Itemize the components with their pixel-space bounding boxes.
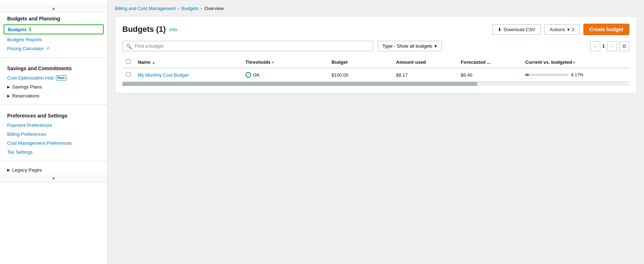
sidebar-item-savings-plans[interactable]: ▶ Savings Plans bbox=[0, 82, 107, 91]
reservations-label: Reservations bbox=[12, 93, 39, 99]
col-vs-label: Current vs. budgeted bbox=[525, 59, 572, 65]
budgets-table: Name ▲ Thresholds ▾ Budget Amount used bbox=[122, 56, 629, 82]
col-name-label: Name bbox=[138, 59, 150, 65]
select-all-checkbox[interactable] bbox=[126, 59, 131, 64]
sidebar-item-billing-preferences[interactable]: Billing Preferences bbox=[0, 130, 107, 139]
sidebar-scroll-up[interactable]: ▲ bbox=[0, 4, 107, 12]
sidebar-item-budgets-reports[interactable]: Budgets Reports bbox=[0, 35, 107, 44]
divider-1 bbox=[0, 57, 107, 58]
col-amount-used-label: Amount used bbox=[396, 59, 426, 65]
row-amount-used-cell: $8.17 bbox=[392, 68, 457, 82]
table-settings-button[interactable]: ⚙ bbox=[619, 41, 629, 51]
sort-desc-icon: ▾ bbox=[272, 61, 274, 64]
card-title-area: Budgets (1) Info bbox=[122, 25, 177, 34]
breadcrumb-current: Overview bbox=[205, 6, 224, 11]
row-budget-cell: $100.00 bbox=[328, 68, 392, 82]
scrollbar-thumb bbox=[122, 82, 477, 86]
col-budget-label: Budget bbox=[332, 59, 348, 65]
sidebar-scroll-down[interactable]: ▼ bbox=[0, 174, 107, 182]
search-icon: 🔍 bbox=[126, 43, 132, 49]
budget-value: $100.00 bbox=[332, 72, 348, 78]
sidebar-item-cost-management-preferences[interactable]: Cost Management Preferences bbox=[0, 139, 107, 148]
pricing-calculator-label: Pricing Calculator bbox=[7, 46, 44, 51]
filter-row: 🔍 Type - Show all budgets ▾ ‹ 1 › ⚙ bbox=[122, 41, 629, 51]
breadcrumb-sep-1: › bbox=[178, 6, 179, 11]
row-forecasted-cell: $8.40 bbox=[457, 68, 522, 82]
actions-count: 2 bbox=[572, 27, 574, 32]
title-text: Budgets bbox=[122, 25, 154, 34]
row-name-cell: My Monthly Cost Budget bbox=[134, 68, 242, 82]
actions-label: Actions bbox=[550, 27, 565, 32]
progress-bar-wrap bbox=[525, 74, 568, 76]
type-filter-dropdown-icon: ▾ bbox=[434, 43, 437, 49]
payment-preferences-label: Payment Preferences bbox=[7, 123, 52, 128]
download-csv-button[interactable]: ⬇ Download CSV bbox=[492, 24, 541, 35]
info-link[interactable]: Info bbox=[169, 27, 177, 32]
sidebar-item-cost-optimization[interactable]: Cost Optimization Hub New bbox=[0, 73, 107, 82]
progress-bar-fill bbox=[525, 74, 529, 76]
type-filter-button[interactable]: Type - Show all budgets ▾ bbox=[378, 41, 442, 51]
sidebar-item-payment-preferences[interactable]: Payment Preferences bbox=[0, 121, 107, 130]
create-budget-button[interactable]: Create budget bbox=[583, 24, 629, 35]
sort-vs-icon: ▾ bbox=[573, 61, 575, 64]
threshold-status: ✓ OK bbox=[245, 72, 324, 78]
search-input[interactable] bbox=[122, 41, 373, 51]
sidebar-item-legacy-pages[interactable]: ▶ Legacy Pages bbox=[0, 165, 107, 174]
breadcrumb-budgets[interactable]: Budgets bbox=[182, 6, 199, 11]
col-amount-used-header[interactable]: Amount used bbox=[392, 56, 457, 68]
section-preferences: Preferences and Settings bbox=[0, 109, 107, 121]
col-budget-header[interactable]: Budget bbox=[328, 56, 392, 68]
actions-button[interactable]: Actions ▾ 2 bbox=[544, 24, 580, 35]
type-filter-label: Type - Show all budgets bbox=[382, 43, 432, 49]
sidebar-budgets-count: 1 bbox=[29, 27, 32, 32]
sidebar-item-tax-settings[interactable]: Tax Settings bbox=[0, 148, 107, 157]
col-thresholds-label: Thresholds bbox=[245, 59, 271, 65]
tax-settings-label: Tax Settings bbox=[7, 149, 33, 155]
row-checkbox-cell bbox=[122, 68, 134, 82]
main-content: Billing and Cost Management › Budgets › … bbox=[108, 0, 644, 264]
table-scroll-container: Name ▲ Thresholds ▾ Budget Amount used bbox=[122, 56, 629, 86]
col-thresholds-header[interactable]: Thresholds ▾ bbox=[242, 56, 328, 68]
col-name-header[interactable]: Name ▲ bbox=[134, 56, 242, 68]
breadcrumb-billing[interactable]: Billing and Cost Management bbox=[115, 6, 176, 11]
page-next-button[interactable]: › bbox=[607, 41, 617, 51]
section-savings: Savings and Commitments bbox=[0, 62, 107, 73]
page-title: Budgets (1) bbox=[122, 25, 166, 34]
page-number: 1 bbox=[602, 43, 605, 49]
progress-container: 8.17% bbox=[525, 72, 626, 77]
sidebar-item-budgets[interactable]: Budgets 1 bbox=[4, 24, 104, 34]
download-csv-label: Download CSV bbox=[504, 27, 535, 32]
col-current-vs-budgeted-header[interactable]: Current vs. budgeted ▾ bbox=[522, 56, 629, 68]
download-icon: ⬇ bbox=[498, 27, 502, 32]
legacy-pages-label: Legacy Pages bbox=[12, 167, 42, 173]
page-prev-button[interactable]: ‹ bbox=[590, 41, 600, 51]
breadcrumb: Billing and Cost Management › Budgets › … bbox=[115, 6, 637, 11]
breadcrumb-sep-2: › bbox=[201, 6, 202, 11]
savings-plans-label: Savings Plans bbox=[12, 84, 42, 90]
threshold-status-text: OK bbox=[253, 72, 260, 78]
col-forecasted-header[interactable]: Forecasted ... bbox=[457, 56, 522, 68]
card-actions: ⬇ Download CSV Actions ▾ 2 Create budget bbox=[492, 24, 629, 35]
horizontal-scrollbar[interactable] bbox=[122, 82, 629, 86]
expand-arrow-icon: ▶ bbox=[7, 168, 10, 172]
row-checkbox[interactable] bbox=[126, 72, 131, 77]
cost-management-label: Cost Management Preferences bbox=[7, 140, 72, 146]
new-badge: New bbox=[56, 75, 66, 81]
cost-optimization-label: Cost Optimization Hub bbox=[7, 75, 54, 81]
row-vs-budgeted-cell: 8.17% bbox=[522, 68, 629, 82]
progress-text: 8.17% bbox=[571, 72, 583, 77]
forecasted-value: $8.40 bbox=[461, 72, 473, 78]
budgets-card: Budgets (1) Info ⬇ Download CSV Actions … bbox=[115, 16, 637, 93]
amount-used-value: $8.17 bbox=[396, 72, 408, 78]
sidebar-item-pricing-calculator[interactable]: Pricing Calculator ↗ bbox=[0, 44, 107, 53]
sidebar-item-reservations[interactable]: ▶ Reservations bbox=[0, 91, 107, 100]
section-budgets-planning: Budgets and Planning bbox=[0, 12, 107, 24]
sidebar: ▲ Budgets and Planning Budgets 1 Budgets… bbox=[0, 0, 108, 264]
col-checkbox bbox=[122, 56, 134, 68]
search-box: 🔍 bbox=[122, 41, 373, 51]
ok-circle-icon: ✓ bbox=[245, 72, 251, 78]
card-header: Budgets (1) Info ⬇ Download CSV Actions … bbox=[122, 24, 629, 35]
external-link-icon: ↗ bbox=[46, 46, 49, 51]
col-forecasted-label: Forecasted ... bbox=[461, 59, 491, 65]
budget-name-link[interactable]: My Monthly Cost Budget bbox=[138, 72, 189, 78]
